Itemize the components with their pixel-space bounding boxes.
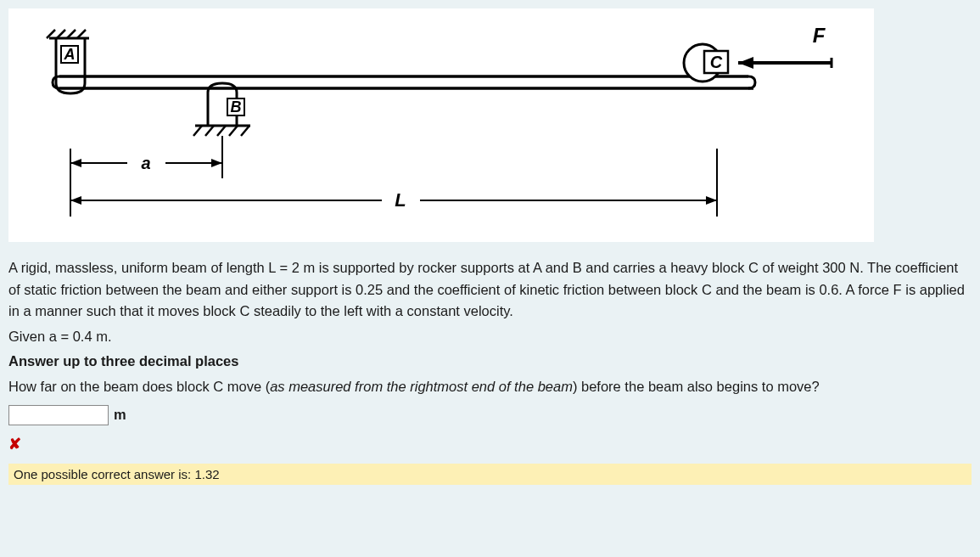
svg-line-20 (241, 126, 249, 136)
svg-text:a: a (141, 154, 150, 172)
svg-marker-33 (211, 159, 222, 167)
problem-instruction: Answer up to three decimal places (8, 351, 972, 373)
solution-value: 1.32 (194, 467, 219, 481)
svg-marker-39 (70, 196, 81, 205)
problem-question: How far on the beam does block C move (a… (8, 376, 972, 398)
svg-text:F: F (813, 24, 826, 47)
svg-line-17 (205, 126, 214, 136)
figure-area: A B (8, 8, 874, 242)
problem-statement: A rigid, massless, uniform beam of lengt… (8, 257, 972, 323)
solution-prefix: One possible correct answer is: (14, 467, 194, 481)
problem-given: Given a = 0.4 m. (8, 326, 972, 348)
svg-text:L: L (395, 189, 406, 211)
svg-text:B: B (231, 98, 242, 115)
incorrect-icon: ✘ (8, 433, 972, 457)
beam-diagram: A B (17, 17, 865, 233)
answer-row: m (8, 404, 972, 426)
svg-line-18 (217, 126, 226, 136)
svg-text:C: C (710, 53, 723, 71)
svg-line-16 (193, 126, 202, 136)
page-container: A B (0, 8, 980, 557)
svg-marker-25 (738, 57, 753, 69)
svg-text:A: A (64, 46, 76, 63)
answer-unit: m (114, 404, 126, 426)
solution-bar: One possible correct answer is: 1.32 (8, 464, 972, 485)
problem-text: A rigid, massless, uniform beam of lengt… (0, 250, 980, 462)
svg-marker-40 (706, 196, 717, 205)
svg-line-19 (229, 126, 238, 136)
answer-input[interactable] (8, 405, 109, 425)
svg-marker-32 (70, 159, 81, 167)
